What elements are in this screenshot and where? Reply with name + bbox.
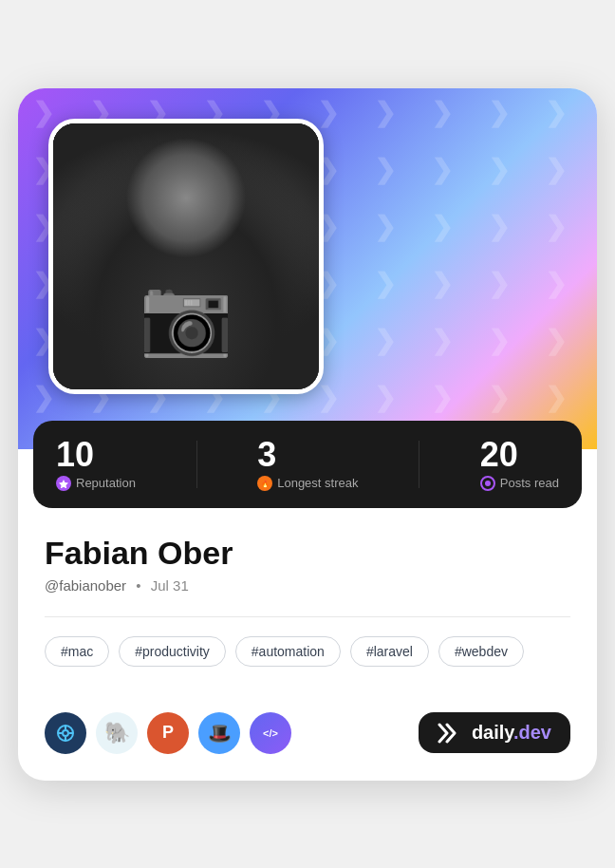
svg-text:🔥: 🔥 — [261, 480, 270, 488]
svg-marker-2 — [59, 480, 68, 488]
stat-divider-1 — [196, 441, 197, 488]
posts-label: Posts read — [500, 476, 559, 490]
reputation-label-row: Reputation — [56, 476, 136, 491]
profile-meta: @fabianober • Jul 31 — [45, 577, 570, 594]
posts-value: 20 — [480, 438, 518, 472]
streak-label-row: 🔥 Longest streak — [257, 476, 358, 491]
crosshair-integration-icon[interactable] — [45, 712, 86, 754]
avatar — [53, 123, 319, 389]
avatar-person — [53, 123, 319, 389]
tag-automation[interactable]: #automation — [235, 636, 341, 667]
posts-icon — [480, 476, 495, 491]
profile-section: Fabian Ober @fabianober • Jul 31 #mac #p… — [18, 508, 597, 712]
posts-label-row: Posts read — [480, 476, 559, 491]
integration-icons: 🐘 P 🎩 </> — [45, 712, 291, 754]
divider — [45, 616, 570, 617]
producthunt-integration-icon[interactable]: P — [147, 712, 189, 754]
reputation-icon — [56, 476, 71, 491]
tag-productivity[interactable]: #productivity — [119, 636, 226, 667]
profile-join-date: Jul 31 — [151, 577, 189, 594]
dailydev-logo: daily.dev — [419, 712, 570, 753]
card-footer: 🐘 P 🎩 </> daily.dev — [18, 712, 597, 781]
avatar-container — [48, 119, 324, 394]
tags-container: #mac #productivity #automation #laravel … — [45, 636, 570, 667]
dailydev-daily: daily — [472, 722, 513, 743]
profile-username: @fabianober — [45, 577, 126, 594]
streak-icon: 🔥 — [257, 476, 272, 491]
tag-webdev[interactable]: #webdev — [438, 636, 524, 667]
dailydev-text: daily.dev — [472, 722, 551, 744]
stat-reputation: 10 Reputation — [56, 438, 136, 491]
readwise-integration-icon[interactable]: 🎩 — [198, 712, 240, 754]
streak-value: 3 — [257, 438, 276, 472]
stats-bar: 10 Reputation 3 🔥 — [33, 421, 582, 508]
stat-divider-2 — [419, 441, 419, 488]
reputation-value: 10 — [56, 438, 94, 472]
card-header: ❯ — [18, 88, 597, 449]
tag-mac[interactable]: #mac — [45, 636, 109, 667]
stat-posts: 20 Posts read — [480, 438, 559, 491]
elephant-integration-icon[interactable]: 🐘 — [96, 712, 138, 754]
devto-integration-icon[interactable]: </> — [250, 712, 291, 754]
dailydev-chevron-icon — [438, 723, 464, 744]
reputation-label: Reputation — [76, 476, 136, 490]
streak-label: Longest streak — [277, 476, 358, 490]
stat-streak: 3 🔥 Longest streak — [257, 438, 358, 491]
meta-dot: • — [136, 577, 140, 594]
profile-card: ❯ 10 Reputation — [18, 88, 597, 781]
dailydev-dev: .dev — [513, 722, 551, 743]
tag-laravel[interactable]: #laravel — [350, 636, 429, 667]
profile-name: Fabian Ober — [45, 535, 570, 572]
svg-point-6 — [63, 730, 68, 736]
